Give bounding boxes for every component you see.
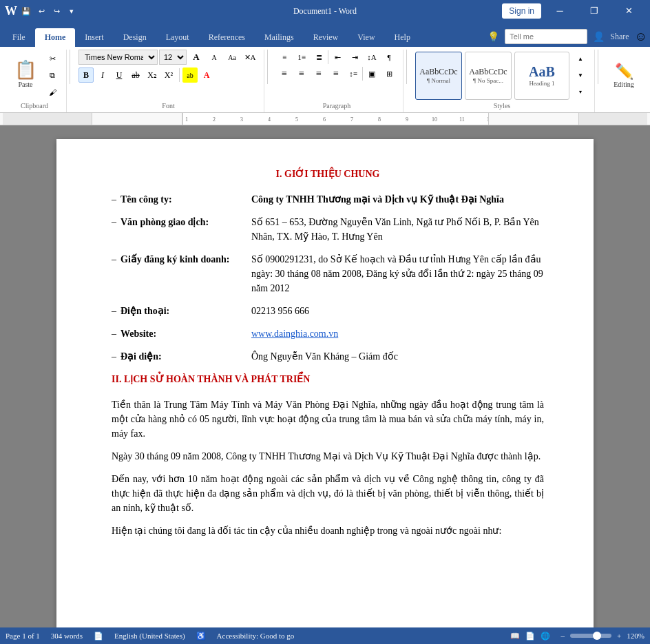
format-painter-button[interactable]: 🖌 (44, 85, 61, 100)
title-bar-left: W 💾 ↩ ↪ ▾ (6, 6, 77, 17)
editing-button[interactable]: ✏️ Editing (607, 55, 641, 96)
styles-scroll-up[interactable]: ▲ (572, 52, 589, 67)
font-label: Font (73, 102, 264, 110)
styles-scroll-down[interactable]: ▼ (572, 68, 589, 83)
zoom-level[interactable]: 120% (627, 632, 644, 640)
copy-button[interactable]: ⧉ (44, 68, 61, 83)
increase-indent-button[interactable]: ⇥ (346, 50, 363, 65)
document-page: I. GIỚI THIỆU CHUNG – Tên công ty: Công … (56, 139, 594, 627)
sort-button[interactable]: ↕A (364, 50, 380, 65)
para-1: Tiền thân là Trung Tâm Máy Tính và Máy V… (112, 397, 544, 441)
ruler-left-margin (3, 113, 92, 125)
tab-help[interactable]: Help (385, 28, 420, 47)
company-row: – Tên công ty: Công ty TNHH Thương mại v… (112, 192, 544, 207)
line-spacing-button[interactable]: ↕≡ (345, 66, 361, 81)
borders-button[interactable]: ⊞ (381, 66, 397, 81)
zoom-in-button[interactable]: + (617, 632, 621, 640)
justify-button[interactable]: ≡ (328, 66, 344, 81)
multilevel-button[interactable]: ≣ (311, 50, 327, 65)
status-bar: Page 1 of 1 304 words 📄 English (United … (0, 627, 650, 644)
change-case-button[interactable]: Aa (224, 50, 240, 65)
zoom-slider[interactable] (570, 634, 611, 638)
office-label: Văn phòng giao dịch: (120, 215, 251, 229)
style-no-spacing-label: ¶ No Spac... (473, 77, 503, 84)
accessibility-icon: ♿ (196, 632, 206, 641)
tab-view[interactable]: View (348, 28, 384, 47)
show-marks-button[interactable]: ¶ (381, 50, 397, 65)
tab-mailings[interactable]: Mailings (255, 28, 304, 47)
grow-font-button[interactable]: A (188, 50, 205, 65)
style-heading1[interactable]: AaB Heading 1 (514, 52, 569, 100)
business-value: Số 0900291231, do Sở Kế hoạch và Đầu tư … (251, 252, 544, 295)
style-no-spacing-preview: AaBbCcDc (469, 67, 507, 77)
shading-button[interactable]: ▣ (364, 66, 380, 81)
style-no-spacing[interactable]: AaBbCcDc ¶ No Spac... (465, 52, 512, 100)
restore-button[interactable]: ❐ (578, 0, 610, 22)
minimize-button[interactable]: ─ (544, 0, 576, 22)
bold-button[interactable]: B (78, 67, 94, 83)
align-left-button[interactable]: ≡ (276, 66, 293, 81)
rep-row: – Đại diện: Ông Nguyễn Văn Kháng – Giám … (112, 349, 544, 364)
save-icon[interactable]: 💾 (21, 6, 32, 17)
tab-references[interactable]: References (199, 28, 255, 47)
bullets-button[interactable]: ≡ (276, 50, 293, 65)
business-row: – Giấy đăng ký kinh doanh: Số 0900291231… (112, 252, 544, 295)
decrease-indent-button[interactable]: ⇤ (329, 50, 346, 65)
tab-home[interactable]: Home (35, 28, 76, 47)
view-read-icon[interactable]: 📖 (510, 632, 520, 641)
lightbulb-icon: 💡 (488, 31, 499, 43)
tab-file[interactable]: File (3, 28, 35, 47)
numbering-button[interactable]: 1≡ (293, 50, 310, 65)
tell-me-input[interactable] (505, 29, 587, 44)
subscript-button[interactable]: X₂ (145, 67, 160, 83)
svg-text:4: 4 (268, 116, 271, 123)
tab-layout[interactable]: Layout (156, 28, 199, 47)
superscript-button[interactable]: X² (161, 67, 176, 83)
italic-button[interactable]: I (95, 67, 110, 83)
style-normal-label: ¶ Normal (427, 77, 450, 84)
style-heading1-preview: AaB (529, 64, 555, 80)
close-button[interactable]: ✕ (613, 0, 644, 22)
sign-in-button[interactable]: Sign in (502, 3, 541, 19)
undo-icon[interactable]: ↩ (36, 6, 47, 17)
text-highlight-button[interactable]: ab (182, 67, 198, 83)
customize-icon[interactable]: ▾ (66, 6, 77, 17)
paste-button[interactable]: 📋 Paste (8, 50, 43, 98)
company-label: Tên công ty: (120, 192, 251, 207)
styles-more[interactable]: ▾ (572, 85, 589, 100)
website-link[interactable]: www.dainghia.com.vn (251, 329, 338, 339)
document-area[interactable]: I. GIỚI THIỆU CHUNG – Tên công ty: Công … (0, 125, 650, 627)
cut-button[interactable]: ✂ (44, 52, 61, 67)
redo-icon[interactable]: ↪ (51, 6, 62, 17)
tab-design[interactable]: Design (114, 28, 156, 47)
share-label[interactable]: Share (610, 32, 629, 42)
format-divider (179, 68, 180, 82)
font-color-button[interactable]: A (199, 67, 214, 83)
para-3: Đến nay, với hơn 10 năm hoạt động ngoài … (112, 472, 544, 515)
align-right-button[interactable]: ≡ (311, 66, 327, 81)
office-value: Số 651 – 653, Đường Nguyễn Văn Linh, Ngã… (251, 215, 544, 244)
clipboard-label: Clipboard (3, 102, 66, 110)
font-family-select[interactable]: Times New Roma (78, 50, 158, 65)
tab-review[interactable]: Review (304, 28, 348, 47)
view-web-icon[interactable]: 🌐 (541, 632, 550, 641)
style-normal[interactable]: AaBbCcDc ¶ Normal (415, 52, 462, 100)
tab-insert[interactable]: Insert (75, 28, 113, 47)
zoom-out-button[interactable]: – (561, 632, 565, 640)
underline-button[interactable]: U (112, 67, 127, 83)
align-center-button[interactable]: ≡ (293, 66, 310, 81)
paragraph-group: ≡ 1≡ ≣ ⇤ ⇥ ↕A ¶ ≡ ≡ ≡ ≡ ↕≡ ▣ ⊞ Paragraph (271, 50, 403, 112)
shrink-font-button[interactable]: A (206, 50, 222, 65)
ribbon-divider-4 (598, 50, 598, 84)
share-icon: 👤 (593, 31, 605, 43)
font-size-select[interactable]: 12 (159, 50, 187, 65)
styles-container: AaBbCcDc ¶ Normal AaBbCcDc ¶ No Spac... … (415, 52, 589, 100)
website-value[interactable]: www.dainghia.com.vn (251, 326, 544, 341)
language[interactable]: English (United States) (114, 632, 185, 640)
dash-5: – (112, 326, 116, 341)
status-left: Page 1 of 1 304 words 📄 English (United … (6, 632, 294, 641)
svg-text:3: 3 (240, 116, 243, 123)
clear-format-button[interactable]: ✕A (242, 50, 258, 65)
view-print-icon[interactable]: 📄 (525, 632, 535, 641)
strikethrough-button[interactable]: ab (128, 67, 143, 83)
